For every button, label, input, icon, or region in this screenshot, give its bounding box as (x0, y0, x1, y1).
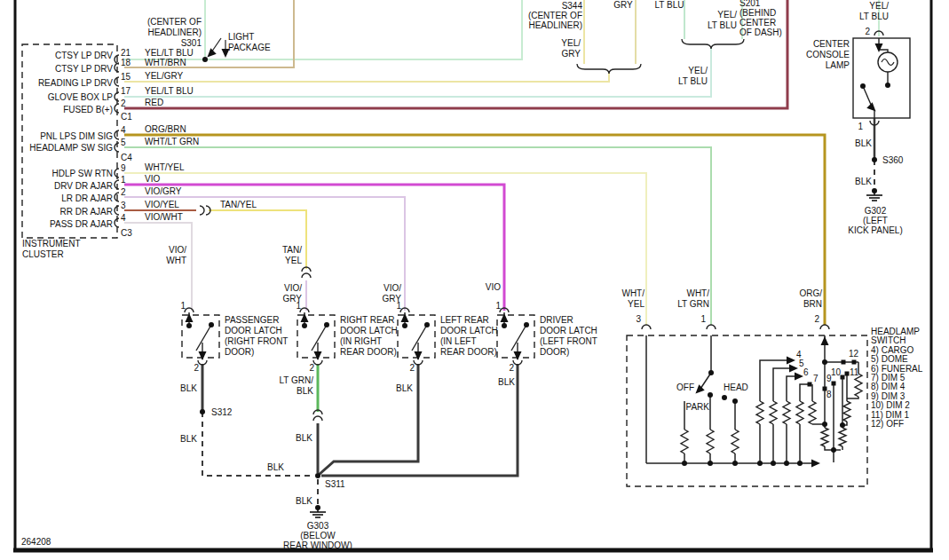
latch3-lever (412, 325, 427, 351)
label-blk-s311: BLK (296, 496, 312, 506)
label-instrument-cluster: INSTRUMENTCLUSTER (22, 239, 81, 259)
latch1-pin1: 1 (180, 301, 186, 311)
label-glove-box-lp: GLOVE BOX LP (48, 92, 114, 102)
label-g302: G302(LEFTKICK PANEL) (848, 206, 903, 235)
label-s301: (CENTER OFHEADLINER)S301 (147, 17, 202, 48)
label-s344: S344(CENTER OFHEADLINER) (528, 1, 583, 30)
splice-dot (757, 461, 763, 466)
label-blk-lr: BLK (396, 383, 413, 393)
label-lt-grn-blk: LT GRN/BLK (279, 375, 313, 396)
wire-reading-yel-gry (124, 71, 609, 82)
splice-dot (885, 83, 890, 88)
wire-org-brn (124, 135, 825, 325)
splice-dot (860, 83, 866, 89)
terminal-square (832, 382, 836, 386)
label-console-pin1: 1 (858, 122, 863, 131)
splice-dot (732, 461, 738, 466)
latch3-pin2: 2 (409, 363, 415, 373)
splice-dot (822, 359, 827, 365)
connector-arc (313, 416, 322, 421)
label-pnl-lps-dim-sig: PNL LPS DIM SIG (40, 131, 113, 141)
wiring-diagram-page: CTSY LP DRVCTSY LP DRVREADING LP DRVGLOV… (0, 0, 949, 560)
wire-label-yel-lt-blu: YEL/LT BLU (145, 48, 194, 58)
label-light-package: LIGHTPACKAGE (228, 32, 271, 52)
wire-label-wht-brn: WHT/BRN (145, 58, 186, 67)
pin-1b: 1 (121, 175, 126, 185)
splice-dot (722, 395, 727, 400)
label-yel-ltblu-s201: YEL/LT BLU (708, 10, 737, 30)
splice-dot (822, 422, 827, 427)
wire-label-tan-yel-v: TAN/YEL (282, 245, 302, 265)
arrowhead (314, 351, 322, 360)
wire-label-vio-gry-v2: VIO/GRY (383, 283, 402, 304)
pin-4: 4 (121, 125, 126, 135)
label-rr-dr-ajar: RR DR AJAR (60, 207, 113, 217)
connector-arc (300, 308, 309, 312)
conn-c4: C4 (121, 153, 132, 162)
connector-arc (707, 325, 716, 329)
wire-label-wht-lt-grn: WHT/LT GRN (145, 137, 199, 146)
label-fused-b: FUSED B(+) (63, 105, 113, 114)
brace-s344 (577, 64, 641, 74)
sw-pin3: 3 (636, 314, 641, 324)
arrowhead (415, 351, 423, 360)
label-ctsy-lp-drv-2: CTSY LP DRV (55, 64, 113, 74)
label-blk-console-1: BLK (855, 138, 872, 148)
latch4-lever (511, 325, 526, 351)
label-yel-ltblu-console: YEL/LT BLU (859, 1, 889, 21)
wire-label-wht-lt-grn-v: WHT/LT GRN (677, 288, 709, 309)
label-s311: S311 (325, 479, 345, 489)
splice-dot (872, 157, 877, 162)
sw-lever (700, 373, 711, 389)
label-drv-dr-ajar: DRV DR AJAR (54, 181, 113, 191)
sw-n7: 7 (813, 374, 819, 383)
wire-label-tan-yel: TAN/YEL (220, 200, 257, 209)
wire-label-vio-wht-v: VIO/WHT (166, 245, 186, 265)
splice-dot (200, 409, 205, 414)
sw-n12: 12 (849, 349, 859, 359)
sw-r3-top (787, 376, 797, 401)
arrowhead (875, 43, 883, 52)
splice-dot (708, 392, 713, 398)
terminal-square (845, 372, 850, 376)
arrowhead (789, 365, 798, 373)
latch2-lever (312, 325, 327, 351)
splice-dot (732, 398, 738, 404)
arrowhead (811, 460, 820, 468)
pin-18: 18 (121, 58, 131, 67)
pin-3b: 3 (121, 201, 126, 210)
conn-c3: C3 (121, 228, 132, 238)
wire-label-vio-gry-v1: VIO/GRY (283, 283, 303, 304)
resistor-6 (783, 401, 790, 424)
arrowhead (866, 102, 878, 114)
wire-fused-red (124, 0, 787, 108)
resistor-5 (770, 401, 777, 424)
sw-n11: 11 (850, 367, 859, 377)
label-s201: S201(BEHINDCENTEROF DASH) (739, 0, 782, 37)
label-left-rear-door-latch: LEFT REARDOOR LATCH(IN LEFTREAR DOOR) (440, 315, 498, 357)
splice-dot (402, 323, 407, 328)
wire-label-yel-gry: YEL/GRY (145, 71, 183, 81)
splice-dot (502, 323, 507, 328)
wire-label-vio-wht: VIO/WHT (145, 212, 183, 222)
pin-9: 9 (121, 163, 126, 173)
pin-21: 21 (121, 48, 131, 58)
arrowhead (199, 351, 207, 360)
terminal-square (842, 360, 846, 365)
sw-right-res-bot (847, 397, 858, 398)
arrowhead (795, 373, 803, 381)
wire-label-vio-v: VIO (486, 282, 501, 292)
label-headlamp-switch: HEADLAMPSWITCH4) CARGO5) DOME6) FUNERAL7… (871, 327, 923, 429)
sw-pin1: 1 (700, 314, 706, 324)
label-blk-drv: BLK (498, 377, 515, 387)
sw-r2-top (773, 368, 792, 401)
label-yel-gry-s344: YEL/GRY (561, 38, 581, 59)
splice-dot (708, 370, 714, 375)
splice-dot (424, 322, 430, 327)
label-reading-lp-drv: READING LP DRV (38, 78, 113, 88)
splice-dot (797, 461, 803, 466)
label-blk-rr: BLK (296, 433, 312, 443)
wire-label-org-brn-v: ORG/BRN (799, 288, 822, 309)
wire-label-vio-gry: VIO/GRY (145, 186, 182, 196)
splice-dot (831, 447, 836, 453)
